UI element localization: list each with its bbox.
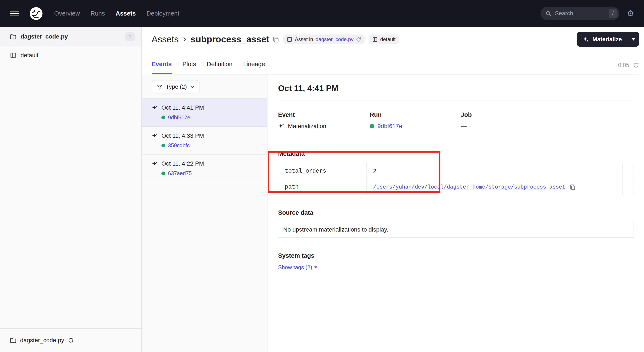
run-id-link[interactable]: 637aed75 — [168, 170, 192, 176]
search-shortcut-hint: / — [609, 9, 617, 18]
source-data-empty-message: No upstream materializations to display. — [278, 222, 634, 238]
tab-definition[interactable]: Definition — [207, 61, 232, 74]
event-timestamp: Oct 11, 4:22 PM — [162, 160, 204, 167]
event-timestamp: Oct 11, 4:33 PM — [162, 132, 204, 139]
metadata-value: 2 — [366, 163, 622, 179]
asset-header: Assets subprocess_asset Asset in dagster… — [142, 27, 644, 74]
system-tags-heading: System tags — [278, 252, 634, 259]
metadata-heading: Metadata — [278, 150, 634, 157]
event-detail-panel: Oct 11, 4:41 PM Event Materialization Ru… — [268, 74, 644, 352]
show-tags-label: Show tags (2) — [278, 264, 312, 271]
event-type-value: Materialization — [288, 123, 326, 130]
asset-in-location-tag: Asset in dagster_code.py — [283, 34, 364, 44]
code-location-link[interactable]: dagster_code.py — [316, 36, 354, 42]
run-status-dot — [162, 116, 165, 119]
asset-sidebar: dagster_code.py 1 default dagster_code.p… — [0, 27, 142, 352]
top-navbar: Overview Runs Assets Deployment / ⚙ — [0, 0, 644, 27]
folder-icon — [10, 337, 16, 344]
table-row: total_orders 2 — [278, 163, 634, 179]
run-id-link[interactable]: 9dbf617e — [377, 123, 402, 130]
group-tag-label: default — [380, 36, 396, 42]
metadata-key: total_orders — [278, 163, 366, 179]
materialize-label: Materialize — [592, 36, 622, 43]
type-filter-button[interactable]: Type (2) — [152, 80, 200, 93]
nav-item-runs[interactable]: Runs — [90, 10, 105, 17]
materialization-sparkle-icon — [152, 104, 158, 111]
metadata-path-link[interactable]: /Users/yuhan/dev/local/dagster_home/stor… — [373, 184, 565, 190]
nav-item-deployment[interactable]: Deployment — [146, 10, 179, 17]
event-label: Event — [278, 111, 370, 118]
events-list-panel: Type (2) Oct 11, 4:41 PM 9dbf617e — [142, 74, 267, 352]
materialize-split-button: Materialize — [577, 32, 639, 47]
sparkle-icon — [583, 36, 589, 43]
run-status-dot — [162, 144, 165, 147]
table-icon — [287, 37, 292, 42]
settings-gear-icon[interactable]: ⚙ — [627, 9, 634, 18]
folder-icon — [10, 33, 16, 40]
run-id-link[interactable]: 359cdbfc — [168, 142, 190, 149]
materialization-sparkle-icon — [278, 123, 285, 129]
asset-group-icon — [372, 37, 378, 42]
chevron-down-icon — [190, 85, 195, 89]
menu-icon[interactable] — [10, 10, 19, 17]
materialize-dropdown-caret[interactable] — [628, 32, 639, 47]
sidebar-item-code-location[interactable]: dagster_code.py 1 — [0, 27, 142, 46]
chevron-right-icon — [181, 36, 188, 43]
run-status-dot — [370, 124, 374, 128]
job-value: — — [461, 123, 467, 130]
sidebar-item-label: dagster_code.py — [20, 33, 68, 40]
asset-count-badge: 1 — [125, 32, 135, 41]
event-detail-title: Oct 11, 4:41 PM — [278, 84, 634, 93]
source-data-heading: Source data — [278, 209, 634, 216]
refresh-icon[interactable] — [633, 62, 639, 68]
tab-events[interactable]: Events — [152, 61, 172, 74]
nav-item-assets[interactable]: Assets — [116, 10, 136, 17]
asset-tabs: Events Plots Definition Lineage 0:05 — [152, 61, 639, 74]
group-tag[interactable]: default — [369, 34, 399, 44]
breadcrumb-assets-link[interactable]: Assets — [152, 34, 179, 44]
asset-in-label: Asset in — [295, 36, 313, 42]
search-box[interactable]: / — [540, 7, 619, 20]
sidebar-item-group-default[interactable]: default — [0, 46, 142, 64]
materialize-button[interactable]: Materialize — [577, 32, 628, 47]
metadata-table: total_orders 2 path /Users/yuhan/dev/loc… — [278, 163, 634, 195]
footer-code-location-label: dagster_code.py — [20, 337, 64, 344]
nav-item-overview[interactable]: Overview — [54, 10, 80, 17]
asset-group-icon — [10, 52, 16, 59]
filter-funnel-icon — [157, 84, 162, 90]
breadcrumb: Assets subprocess_asset Asset in dagster… — [152, 32, 639, 47]
page-title: subprocess_asset — [190, 34, 270, 44]
event-list-item[interactable]: Oct 11, 4:22 PM 637aed75 — [142, 154, 267, 182]
reload-location-icon[interactable] — [68, 338, 74, 343]
search-input[interactable] — [555, 10, 598, 17]
tab-lineage[interactable]: Lineage — [243, 61, 265, 74]
job-label: Job — [461, 111, 634, 118]
type-filter-label: Type (2) — [166, 84, 187, 90]
show-tags-toggle[interactable]: Show tags (2) — [278, 264, 317, 271]
refresh-status: 0:05 — [618, 62, 639, 74]
search-icon — [546, 10, 552, 16]
refresh-timer: 0:05 — [618, 62, 629, 68]
event-list-item[interactable]: Oct 11, 4:33 PM 359cdbfc — [142, 127, 267, 154]
main-panel: Assets subprocess_asset Asset in dagster… — [142, 27, 644, 352]
copy-asset-name-icon[interactable] — [272, 36, 279, 43]
event-timestamp: Oct 11, 4:41 PM — [162, 104, 204, 111]
metadata-key: path — [278, 179, 366, 195]
sidebar-item-label: default — [20, 52, 38, 59]
copy-path-icon[interactable] — [570, 184, 576, 190]
reload-icon[interactable] — [356, 37, 361, 42]
dagster-logo-icon[interactable] — [29, 6, 44, 21]
run-label: Run — [370, 111, 461, 118]
materialization-sparkle-icon — [152, 132, 158, 139]
table-row: path /Users/yuhan/dev/local/dagster_home… — [278, 179, 634, 195]
materialization-sparkle-icon — [152, 160, 158, 167]
event-list-item[interactable]: Oct 11, 4:41 PM 9dbf617e — [142, 98, 267, 126]
caret-down-icon — [314, 267, 317, 268]
main-nav: Overview Runs Assets Deployment — [54, 10, 179, 17]
tab-plots[interactable]: Plots — [182, 61, 196, 74]
run-id-link[interactable]: 9dbf617e — [168, 114, 190, 121]
event-summary: Event Materialization Run 9dbf617e — [278, 111, 634, 130]
sidebar-footer-code-location[interactable]: dagster_code.py — [0, 328, 142, 352]
run-status-dot — [162, 172, 165, 175]
